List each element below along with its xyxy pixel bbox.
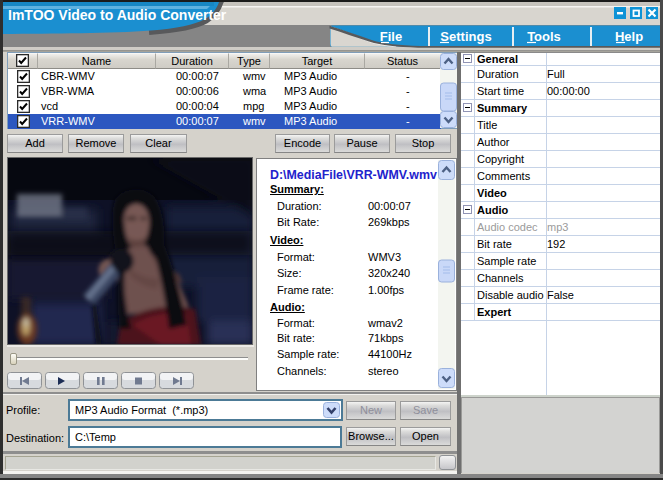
svg-text:File: File [380,29,402,44]
svg-text:ImTOO Video to Audio Converter: ImTOO Video to Audio Converter [8,7,227,23]
svg-text:Help: Help [615,29,643,44]
svg-text:Tools: Tools [527,29,561,44]
svg-text:Settings: Settings [440,29,491,44]
